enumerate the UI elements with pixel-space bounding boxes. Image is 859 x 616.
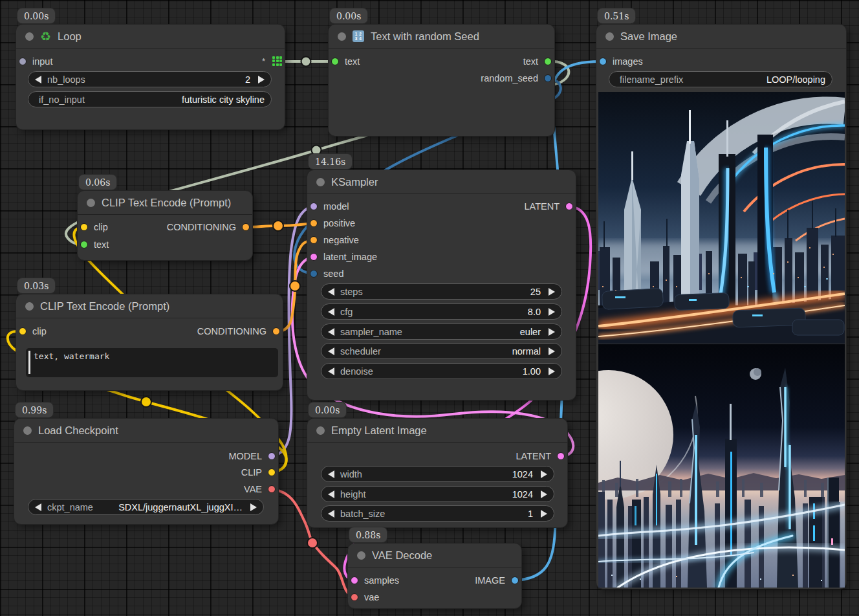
port-dot[interactable] [272,327,280,335]
prompt-textarea[interactable]: text, watermark [26,348,278,377]
input-port-negative[interactable]: negative [310,234,359,247]
widget-if-no-input[interactable]: if_no_input futuristic city skyline [28,91,272,107]
node-header[interactable]: Save Image [596,25,846,49]
port-dot[interactable] [80,241,88,248]
grid-output-icon[interactable] [272,56,282,66]
widget-ckpt-name[interactable]: ckpt_name SDXL/juggernautXL_juggXI… [28,499,264,515]
port-dot[interactable] [268,485,276,493]
port-dot[interactable] [557,452,565,460]
port-dot[interactable] [80,223,88,231]
input-port-clip[interactable]: clip [19,325,47,338]
input-port-text[interactable]: text [80,238,109,251]
output-port-clip[interactable]: CLIP [241,466,276,479]
output-port-conditioning[interactable]: CONDITIONING [197,325,280,338]
input-port-latent-image[interactable]: latent_image [310,250,377,263]
prev-option-arrow-icon[interactable] [328,347,334,355]
port-dot[interactable] [19,58,27,65]
widget-width[interactable]: width 1024 [321,466,554,482]
port-dot[interactable] [310,253,318,261]
node-header[interactable]: 1 2 3 4 Text with random Seed [329,25,554,49]
increment-arrow-icon[interactable] [541,470,547,478]
node-load-checkpoint[interactable]: 0.99s Load Checkpoint MODEL CLIP VAE ckp… [14,419,278,524]
increment-arrow-icon[interactable] [549,288,555,296]
port-dot[interactable] [310,203,318,210]
input-port-samples[interactable]: samples [351,574,399,587]
prev-option-arrow-icon[interactable] [328,328,334,336]
node-vae-decode[interactable]: 0.88s VAE Decode samples vae IMAGE [348,544,521,608]
input-port-input[interactable]: input [19,55,52,68]
node-header[interactable]: CLIP Text Encode (Prompt) [16,294,283,318]
node-graph-canvas[interactable]: 0.00s ♻ Loop input * nb_loops 2 if_no_in… [0,0,859,616]
input-port-images[interactable]: images [599,55,643,68]
output-port-random-seed[interactable]: random_seed [481,72,552,85]
next-option-arrow-icon[interactable] [549,328,555,336]
node-empty-latent-image[interactable]: 0.00s Empty Latent Image LATENT width 10… [307,419,567,527]
node-save-image[interactable]: 0.51s Save Image images filename_prefix … [596,25,846,589]
input-port-clip[interactable]: clip [80,221,108,234]
output-port-conditioning[interactable]: CONDITIONING [167,221,250,234]
port-dot[interactable] [599,58,607,65]
input-port-positive[interactable]: positive [310,217,355,230]
widget-nb-loops[interactable]: nb_loops 2 [28,71,272,87]
increment-arrow-icon[interactable] [258,76,265,83]
port-dot[interactable] [331,58,339,65]
output-port-image[interactable]: IMAGE [475,574,519,587]
node-header[interactable]: CLIP Text Encode (Prompt) [78,191,252,215]
input-port-vae[interactable]: vae [351,591,379,604]
next-option-arrow-icon[interactable] [549,347,555,355]
port-dot[interactable] [268,468,276,476]
decrement-arrow-icon[interactable] [328,288,334,296]
port-dot[interactable] [544,74,552,82]
output-port-vae[interactable]: VAE [244,483,276,496]
node-loop[interactable]: 0.00s ♻ Loop input * nb_loops 2 if_no_in… [16,25,285,129]
decrement-arrow-icon[interactable] [328,470,334,478]
increment-arrow-icon[interactable] [541,490,547,498]
output-port-latent[interactable]: LATENT [516,450,565,463]
port-dot[interactable] [511,577,519,584]
node-header[interactable]: Load Checkpoint [14,419,278,443]
node-ksampler[interactable]: 14.16s KSampler model positive negative … [307,170,576,400]
decrement-arrow-icon[interactable] [328,510,334,518]
port-dot[interactable] [565,203,573,210]
port-dot[interactable] [544,58,552,65]
widget-cfg[interactable]: cfg 8.0 [321,303,562,320]
output-port-text[interactable]: text [523,55,552,68]
node-clip-text-encode-positive[interactable]: 0.06s CLIP Text Encode (Prompt) clip tex… [78,191,252,260]
widget-sampler-name[interactable]: sampler_name euler [321,324,562,340]
node-header[interactable]: Empty Latent Image [307,419,567,443]
input-port-seed[interactable]: seed [310,267,343,280]
decrement-arrow-icon[interactable] [328,490,334,498]
port-dot[interactable] [268,452,276,460]
port-dot[interactable] [310,219,318,227]
decrement-arrow-icon[interactable] [328,368,334,375]
input-port-model[interactable]: model [310,200,349,213]
node-header[interactable]: VAE Decode [348,544,521,567]
decrement-arrow-icon[interactable] [35,76,41,83]
increment-arrow-icon[interactable] [541,510,547,518]
output-port-wildcard[interactable]: * [262,54,282,67]
node-clip-text-encode-negative[interactable]: 0.03s CLIP Text Encode (Prompt) clip CON… [16,294,283,390]
widget-denoise[interactable]: denoise 1.00 [321,363,562,379]
widget-scheduler[interactable]: scheduler normal [321,343,562,359]
next-option-arrow-icon[interactable] [250,503,257,511]
node-header[interactable]: ♻ Loop [16,25,285,49]
port-dot[interactable] [242,223,250,231]
port-dot[interactable] [19,327,27,335]
widget-steps[interactable]: steps 25 [321,283,562,300]
node-header[interactable]: KSampler [307,170,576,194]
output-port-model[interactable]: MODEL [228,450,276,463]
node-text-with-random-seed[interactable]: 0.00s 1 2 3 4 Text with random Seed text… [329,25,554,136]
decrement-arrow-icon[interactable] [328,308,334,316]
widget-batch-size[interactable]: batch_size 1 [321,505,554,522]
port-dot[interactable] [351,593,358,601]
prev-option-arrow-icon[interactable] [35,503,41,511]
increment-arrow-icon[interactable] [549,308,555,316]
widget-filename-prefix[interactable]: filename_prefix LOOP/looping [609,71,832,87]
port-dot[interactable] [310,270,318,278]
port-dot[interactable] [351,577,358,584]
widget-height[interactable]: height 1024 [321,486,554,502]
increment-arrow-icon[interactable] [549,368,555,375]
port-dot[interactable] [310,236,318,244]
output-port-latent[interactable]: LATENT [524,200,573,213]
input-port-text[interactable]: text [331,55,360,68]
